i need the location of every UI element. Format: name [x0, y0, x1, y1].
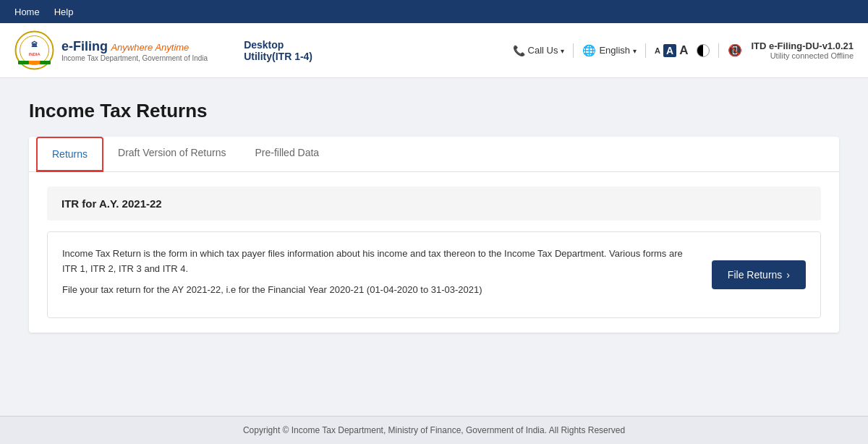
wifi-off-icon: 📵 — [728, 43, 742, 57]
utility-line2: Utility(ITR 1-4) — [244, 51, 312, 62]
svg-text:🏛: 🏛 — [31, 40, 38, 48]
itr-detail-panel: Income Tax Return is the form in which t… — [47, 231, 821, 318]
divider-2 — [645, 43, 646, 58]
divider-1 — [573, 43, 574, 58]
itr-section-header: ITR for A.Y. 2021-22 — [47, 187, 821, 221]
phone-icon: 📞 — [513, 45, 525, 56]
divider-3 — [718, 43, 719, 58]
font-large-btn[interactable]: A — [679, 43, 688, 58]
footer: Copyright © Income Tax Department, Minis… — [0, 416, 868, 444]
call-us-control[interactable]: 📞 Call Us — [513, 45, 565, 56]
font-medium-btn[interactable]: A — [663, 44, 676, 57]
lang-dropdown-arrow-icon — [633, 45, 637, 56]
logo-area: 🏛 INDIA e-Filing Anywhere Anytime Income… — [14, 30, 208, 70]
top-navigation: Home Help — [0, 0, 868, 23]
logo-subtitle: Income Tax Department, Government of Ind… — [61, 54, 208, 62]
globe-icon: 🌐 — [582, 44, 596, 57]
header-controls: 📞 Call Us 🌐 English A A A 📵 ITD e-Filing… — [513, 40, 854, 60]
font-small-btn[interactable]: A — [655, 46, 660, 55]
contrast-icon[interactable] — [697, 44, 710, 57]
itr-desc-line2: File your tax return for the AY 2021-22,… — [62, 283, 690, 298]
svg-point-1 — [20, 36, 49, 65]
header: 🏛 INDIA e-Filing Anywhere Anytime Income… — [0, 23, 868, 78]
tabs-container: Returns Draft Version of Returns Pre-fil… — [29, 137, 839, 172]
page-title: Income Tax Returns — [29, 100, 839, 122]
nav-help[interactable]: Help — [54, 7, 74, 17]
language-control[interactable]: 🌐 English — [582, 44, 637, 57]
nav-home[interactable]: Home — [14, 7, 40, 17]
main-card: Returns Draft Version of Returns Pre-fil… — [29, 137, 839, 333]
utility-line1: Desktop — [244, 39, 312, 51]
tab-prefilled-data[interactable]: Pre-filled Data — [240, 137, 333, 172]
itr-desc-line1: Income Tax Return is the form in which t… — [62, 247, 690, 277]
svg-rect-5 — [18, 61, 29, 64]
efiling-brand: e-Filing Anywhere Anytime — [61, 39, 208, 54]
svg-text:INDIA: INDIA — [28, 52, 40, 56]
tab-draft-version[interactable]: Draft Version of Returns — [103, 137, 240, 172]
main-content: Income Tax Returns Returns Draft Version… — [0, 78, 868, 416]
call-dropdown-arrow-icon — [561, 45, 564, 56]
app-info: ITD e-Filing-DU-v1.0.21 Utility connecte… — [751, 40, 854, 60]
chevron-right-icon: › — [786, 269, 790, 281]
logo-text: e-Filing Anywhere Anytime Income Tax Dep… — [61, 39, 208, 62]
svg-rect-6 — [40, 61, 51, 64]
footer-text: Copyright © Income Tax Department, Minis… — [243, 425, 625, 435]
file-returns-button[interactable]: File Returns › — [712, 260, 806, 289]
itr-description: Income Tax Return is the form in which t… — [62, 247, 690, 303]
govt-emblem-icon: 🏛 INDIA — [14, 30, 54, 70]
card-body: ITR for A.Y. 2021-22 Income Tax Return i… — [29, 172, 839, 333]
tab-returns[interactable]: Returns — [36, 137, 103, 172]
